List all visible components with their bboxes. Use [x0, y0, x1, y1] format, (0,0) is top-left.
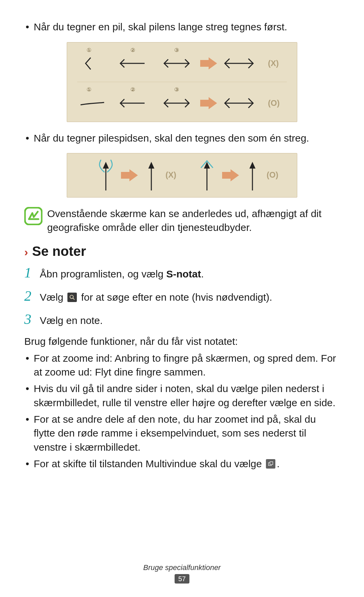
text-fragment: Åbn programlisten, og vælg: [40, 268, 166, 279]
step-number-icon: ①: [87, 47, 91, 53]
document-page: Når du tegner en pil, skal pilens lange …: [0, 0, 364, 597]
note-icon: [24, 207, 42, 225]
multiwindow-icon: [266, 459, 275, 469]
illustration-arrow-stroke-order: ① ② ③ (X) ① ② ③: [67, 42, 297, 122]
text-fragment: for at søge efter en note (hvis nødvendi…: [78, 292, 272, 303]
step-number-icon: ③: [174, 47, 179, 53]
text-fragment: For at skifte til tilstanden Multivindue…: [34, 458, 265, 469]
step-text: Åbn programlisten, og vælg S-notat.: [40, 266, 204, 281]
svg-rect-5: [270, 462, 273, 465]
step-number-icon: ③: [174, 87, 179, 92]
mark-correct: (O): [268, 98, 280, 108]
step-number: 1: [24, 262, 34, 283]
mark-wrong: (X): [165, 170, 176, 179]
function-list-intro: Brug følgende funktioner, når du får vis…: [24, 335, 340, 349]
step-2: 2 Vælg for at søge efter en note (hvis n…: [24, 286, 340, 307]
list-item: For at zoome ind: Anbring to fingre på s…: [24, 351, 340, 379]
text-fragment: .: [277, 458, 279, 469]
svg-line-3: [73, 298, 74, 299]
bullet-item: Når du tegner pilespidsen, skal den tegn…: [24, 131, 340, 145]
step-3: 3 Vælg en note.: [24, 309, 340, 330]
mark-wrong: (X): [268, 59, 279, 68]
search-icon: [67, 293, 77, 302]
function-list: For at zoome ind: Anbring to fingre på s…: [24, 351, 340, 471]
step-number: 3: [24, 309, 34, 330]
chevron-icon: ›: [24, 246, 28, 258]
step-number: 2: [24, 286, 34, 307]
illustration-arrowhead-stroke: (X) (O): [67, 153, 297, 198]
step-number-icon: ②: [130, 87, 135, 92]
page-footer: Bruge specialfunktioner 57: [0, 563, 364, 584]
intro-bullet-list-2: Når du tegner pilespidsen, skal den tegn…: [24, 131, 340, 145]
step-text: Vælg for at søge efter en note (hvis nød…: [40, 290, 272, 305]
mark-correct: (O): [267, 170, 278, 179]
list-item: For at se andre dele af den note, du har…: [24, 412, 340, 454]
note-text: Ovenstående skærme kan se anderledes ud,…: [47, 207, 340, 234]
step-number-icon: ①: [87, 87, 91, 92]
note-callout: Ovenstående skærme kan se anderledes ud,…: [24, 207, 340, 234]
text-fragment: Vælg: [40, 292, 66, 303]
text-fragment: .: [201, 268, 204, 279]
section-header: › Se noter: [24, 244, 340, 259]
bullet-item: Når du tegner en pil, skal pilens lange …: [24, 20, 340, 34]
section-title: Se noter: [32, 244, 86, 259]
page-number-badge: 57: [175, 574, 189, 584]
list-item: For at skifte til tilstanden Multivindue…: [24, 457, 340, 471]
footer-chapter-title: Bruge specialfunktioner: [0, 563, 364, 572]
step-text: Vælg en note.: [40, 313, 103, 328]
list-item: Hvis du vil gå til andre sider i noten, …: [24, 382, 340, 410]
step-number-icon: ②: [130, 47, 135, 53]
intro-bullet-list: Når du tegner en pil, skal pilens lange …: [24, 20, 340, 34]
step-1: 1 Åbn programlisten, og vælg S-notat.: [24, 262, 340, 283]
text-bold: S-notat: [166, 268, 201, 279]
